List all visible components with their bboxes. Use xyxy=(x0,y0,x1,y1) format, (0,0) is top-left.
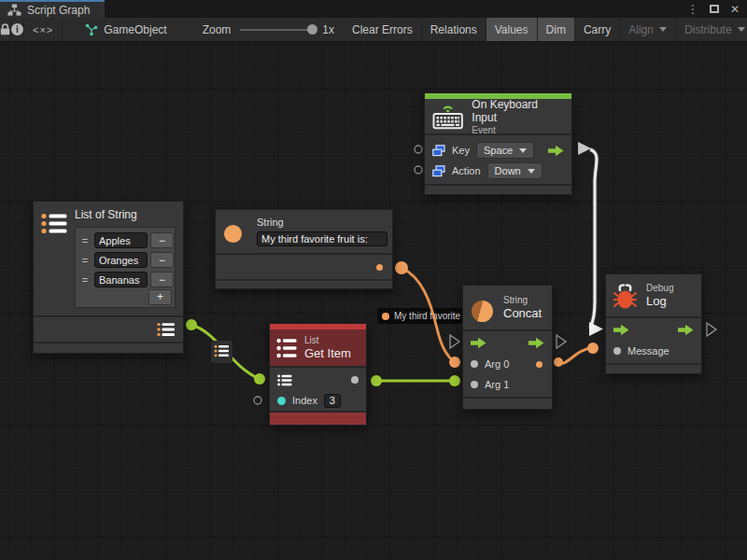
node-get-item[interactable]: List Get Item Index xyxy=(269,323,367,426)
values-toggle-button[interactable]: Values xyxy=(486,18,538,41)
code-icon: <×> xyxy=(33,24,53,35)
action-port-row: Action Down xyxy=(425,161,571,181)
wire-endpoint-dot[interactable] xyxy=(449,375,460,386)
wire-string-to-arg0[interactable] xyxy=(402,268,455,362)
node-footer xyxy=(425,186,571,194)
chevron-down-icon xyxy=(519,148,527,153)
arg1-input-port[interactable] xyxy=(471,381,478,388)
string-value-input[interactable] xyxy=(257,231,388,246)
tab-title: Script Graph xyxy=(27,4,90,17)
add-item-button[interactable]: + xyxy=(148,289,172,305)
lock-icon xyxy=(0,23,10,35)
tab-bar-spacer xyxy=(105,0,687,18)
remove-item-button[interactable]: − xyxy=(150,252,174,268)
keyboard-icon xyxy=(432,103,463,130)
flow-input-port[interactable] xyxy=(471,337,486,349)
key-label: Key xyxy=(452,145,470,156)
arg0-input-port[interactable] xyxy=(471,360,478,368)
wire-endpoint-dot[interactable] xyxy=(554,357,563,367)
index-input[interactable] xyxy=(324,394,341,408)
relations-button[interactable]: Relations xyxy=(422,18,486,41)
node-string-literal[interactable]: String xyxy=(215,209,393,289)
index-input-port[interactable] xyxy=(277,397,286,405)
message-label: Message xyxy=(627,345,669,357)
wire-endpoint-dot[interactable] xyxy=(449,357,460,368)
drag-handle-icon[interactable]: = xyxy=(78,255,92,266)
tab-script-graph[interactable]: Script Graph xyxy=(0,0,105,18)
key-dropdown[interactable]: Space xyxy=(476,142,534,159)
list-output-port-icon[interactable] xyxy=(157,322,176,337)
node-footer xyxy=(216,281,392,288)
list-item-input[interactable] xyxy=(94,232,148,248)
flow-output-triangle[interactable] xyxy=(578,142,591,155)
action-type-icon xyxy=(432,165,445,177)
node-footer xyxy=(606,365,701,373)
wire-endpoint-dot[interactable] xyxy=(587,343,599,354)
clear-errors-button[interactable]: Clear Errors xyxy=(344,18,422,41)
distribute-dropdown-button[interactable]: Distribute xyxy=(676,18,747,41)
item-output-port[interactable] xyxy=(351,376,359,384)
align-dropdown-button[interactable]: Align xyxy=(620,18,676,41)
node-category: String xyxy=(503,295,542,305)
drag-handle-icon[interactable]: = xyxy=(78,235,92,246)
node-footer xyxy=(463,399,552,409)
wire-endpoint-dot[interactable] xyxy=(254,373,265,385)
index-port-row: Index xyxy=(270,390,366,411)
list-input-port-icon[interactable] xyxy=(277,374,292,386)
node-footer xyxy=(34,343,183,353)
wire-endpoint-dot[interactable] xyxy=(371,375,382,386)
distribute-label: Distribute xyxy=(684,23,732,36)
window-menu-icon[interactable]: ⋮ xyxy=(687,3,698,16)
list-item-row: = − xyxy=(78,231,172,250)
list-item-row: = − xyxy=(78,250,172,270)
unconnected-flow-port-triangle[interactable] xyxy=(707,323,716,336)
remove-item-button[interactable]: − xyxy=(150,272,174,287)
list-items-box: = − = − = − + xyxy=(75,227,176,308)
wire-endpoint-dot[interactable] xyxy=(186,319,197,330)
flow-output-port[interactable] xyxy=(548,145,564,157)
graph-toolbar: i <×> GameObject Zoom 1x Clear Errors Re… xyxy=(0,18,747,42)
node-title: List of String xyxy=(75,208,137,221)
dim-toggle-button[interactable]: Dim xyxy=(538,18,575,41)
result-output-port[interactable] xyxy=(536,361,543,368)
node-list-of-string[interactable]: List of String = − = − = − xyxy=(33,201,184,354)
graph-canvas[interactable]: My third favorite fr... xyxy=(0,42,747,560)
gameobject-context[interactable]: GameObject xyxy=(76,18,176,41)
string-output-port[interactable] xyxy=(376,264,383,271)
unconnected-value-port-circle[interactable] xyxy=(415,166,422,174)
unconnected-value-port-circle[interactable] xyxy=(254,397,261,404)
window-maximize-icon[interactable] xyxy=(710,5,719,13)
zoom-slider[interactable] xyxy=(240,29,313,31)
arg0-port-row: Arg 0 xyxy=(463,354,552,374)
wire-endpoint-dot[interactable] xyxy=(395,261,408,274)
flow-output-port[interactable] xyxy=(529,337,544,349)
unconnected-flow-port-triangle[interactable] xyxy=(450,335,459,348)
carry-button[interactable]: Carry xyxy=(575,18,620,41)
list-item-input[interactable] xyxy=(94,272,148,287)
code-preview-button[interactable]: <×> xyxy=(24,18,63,41)
node-title: String xyxy=(257,217,284,228)
node-title: On Keyboard Input xyxy=(472,98,564,124)
node-category: List xyxy=(304,335,351,345)
node-debug-log[interactable]: Debug Log Message xyxy=(605,273,702,374)
window-close-icon[interactable]: ✕ xyxy=(730,3,740,16)
flow-input-port[interactable] xyxy=(613,324,629,336)
drag-handle-icon[interactable]: = xyxy=(78,274,92,286)
arg1-port-row: Arg 1 xyxy=(463,374,552,395)
action-dropdown[interactable]: Down xyxy=(487,162,543,179)
wire-concat-to-message[interactable] xyxy=(558,348,593,363)
message-input-port[interactable] xyxy=(613,347,621,355)
remove-item-button[interactable]: − xyxy=(150,232,174,248)
unconnected-flow-port-triangle[interactable] xyxy=(557,335,566,348)
info-button[interactable]: i xyxy=(11,18,24,41)
zoom-slider-thumb[interactable] xyxy=(307,24,317,35)
flow-input-triangle[interactable] xyxy=(589,322,603,336)
index-label: Index xyxy=(292,395,317,406)
list-item-input[interactable] xyxy=(94,252,148,268)
node-concat[interactable]: String Concat Arg 0 xyxy=(462,285,553,410)
lock-button[interactable] xyxy=(0,18,11,41)
unconnected-value-port-circle[interactable] xyxy=(415,146,422,153)
flow-output-port[interactable] xyxy=(678,324,694,336)
string-type-icon xyxy=(224,225,242,243)
node-on-keyboard-input[interactable]: On Keyboard Input Event Key Space xyxy=(424,92,572,195)
